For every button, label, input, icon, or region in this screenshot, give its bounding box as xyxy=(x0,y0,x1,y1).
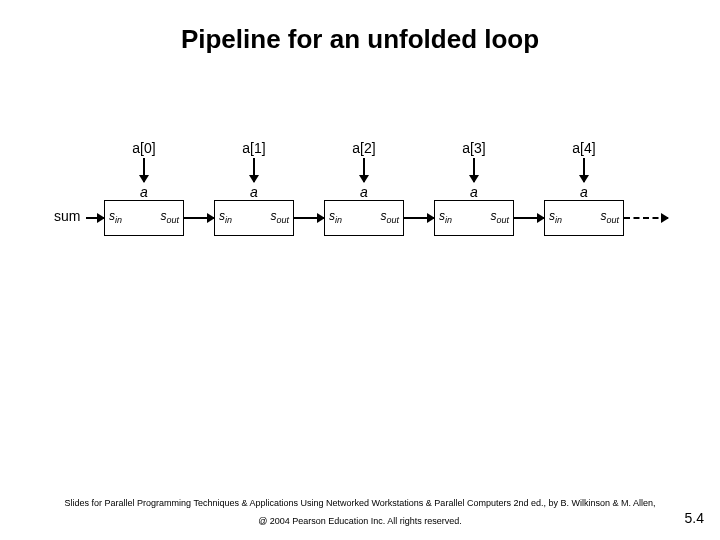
footer-line-2: @ 2004 Pearson Education Inc. All rights… xyxy=(0,516,720,526)
arrow-down-icon xyxy=(363,158,365,182)
sin-label: sin xyxy=(329,209,342,225)
sout-label: sout xyxy=(490,209,509,225)
arrow-down-icon xyxy=(253,158,255,182)
stage-input-label: a[4] xyxy=(544,140,624,156)
footer-line-1: Slides for Parallel Programming Techniqu… xyxy=(0,498,720,508)
arrow-right-icon xyxy=(514,217,544,219)
pipeline-box: sin sout xyxy=(104,200,184,236)
pipeline-box: sin sout xyxy=(214,200,294,236)
sum-label: sum xyxy=(54,208,80,224)
stage-input-label: a[1] xyxy=(214,140,294,156)
pipeline-stage: a[4] a sin sout xyxy=(544,140,624,250)
arrow-down-icon xyxy=(143,158,145,182)
slide-title: Pipeline for an unfolded loop xyxy=(0,24,720,55)
stage-input-label: a[2] xyxy=(324,140,404,156)
stage-a-label: a xyxy=(434,184,514,200)
pipeline-diagram: sum a[0] a sin sout a[1] a sin sout a[2]… xyxy=(54,140,674,250)
pipeline-stage: a[1] a sin sout xyxy=(214,140,294,250)
arrow-down-icon xyxy=(583,158,585,182)
arrow-right-icon xyxy=(404,217,434,219)
stage-input-label: a[0] xyxy=(104,140,184,156)
stage-a-label: a xyxy=(214,184,294,200)
sin-label: sin xyxy=(219,209,232,225)
sout-label: sout xyxy=(600,209,619,225)
arrow-right-dashed-icon xyxy=(624,217,668,219)
page-number: 5.4 xyxy=(685,510,704,526)
sout-label: sout xyxy=(380,209,399,225)
sin-label: sin xyxy=(109,209,122,225)
pipeline-stage: a[0] a sin sout xyxy=(104,140,184,250)
stage-input-label: a[3] xyxy=(434,140,514,156)
arrow-right-icon xyxy=(184,217,214,219)
stage-a-label: a xyxy=(324,184,404,200)
stage-a-label: a xyxy=(544,184,624,200)
pipeline-box: sin sout xyxy=(324,200,404,236)
pipeline-stage: a[2] a sin sout xyxy=(324,140,404,250)
sout-label: sout xyxy=(270,209,289,225)
pipeline-stage: a[3] a sin sout xyxy=(434,140,514,250)
sout-label: sout xyxy=(160,209,179,225)
sin-label: sin xyxy=(439,209,452,225)
arrow-right-icon xyxy=(86,217,104,219)
arrow-right-icon xyxy=(294,217,324,219)
sin-label: sin xyxy=(549,209,562,225)
arrow-down-icon xyxy=(473,158,475,182)
pipeline-box: sin sout xyxy=(544,200,624,236)
stage-a-label: a xyxy=(104,184,184,200)
pipeline-box: sin sout xyxy=(434,200,514,236)
